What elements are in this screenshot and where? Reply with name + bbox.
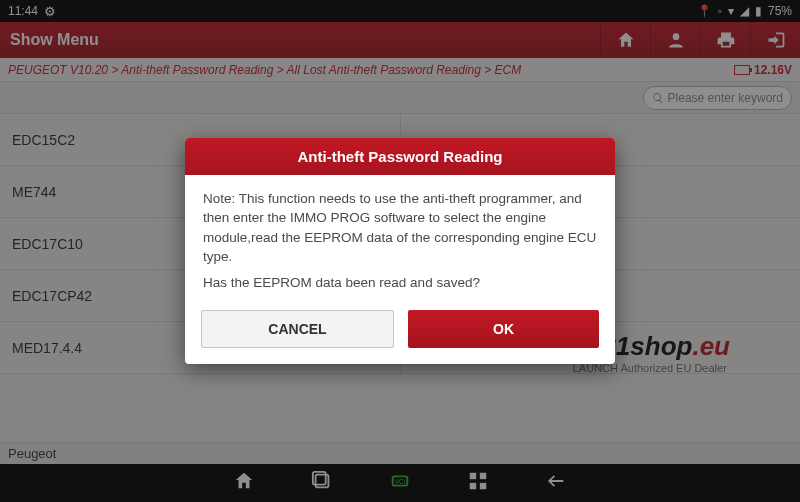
home-button[interactable]	[600, 22, 650, 58]
battery-icon: ▮	[755, 4, 762, 18]
nav-recent-button[interactable]	[311, 470, 333, 496]
svg-rect-6	[480, 473, 486, 479]
signal-icon: ◢	[740, 4, 749, 18]
battery-icon	[734, 65, 750, 75]
profile-button[interactable]	[650, 22, 700, 58]
svg-text:VCI: VCI	[395, 478, 406, 485]
settings-hint-icon: ⚙	[44, 4, 56, 19]
notification-icon: ◦	[718, 4, 722, 18]
voltage-indicator: 12.16V	[734, 63, 792, 77]
cancel-button[interactable]: CANCEL	[201, 310, 394, 348]
app-header: Show Menu	[0, 22, 800, 58]
page-title: Show Menu	[0, 31, 600, 49]
search-placeholder: Please enter keyword	[668, 91, 783, 105]
wifi-icon: ▾	[728, 4, 734, 18]
screen: 11:44 ⚙ 📍 ◦ ▾ ◢ ▮ 75% Show Menu PEUGEOT …	[0, 0, 800, 502]
breadcrumb: PEUGEOT V10.20 > Anti-theft Password Rea…	[8, 63, 726, 77]
ok-button[interactable]: OK	[408, 310, 599, 348]
exit-button[interactable]	[750, 22, 800, 58]
status-time: 11:44	[8, 4, 38, 18]
nav-back-button[interactable]	[545, 470, 567, 496]
svg-rect-8	[480, 483, 486, 489]
location-icon: 📍	[697, 4, 712, 18]
nav-vci-button[interactable]: VCI	[389, 470, 411, 496]
voltage-value: 12.16V	[754, 63, 792, 77]
battery-percent: 75%	[768, 4, 792, 18]
dialog-title: Anti-theft Password Reading	[185, 138, 615, 175]
confirm-dialog: Anti-theft Password Reading Note: This f…	[185, 138, 615, 365]
print-button[interactable]	[700, 22, 750, 58]
nav-home-button[interactable]	[233, 470, 255, 496]
dialog-body: Note: This function needs to use the ant…	[185, 175, 615, 303]
search-row: Please enter keyword	[0, 82, 800, 114]
search-input[interactable]: Please enter keyword	[643, 86, 792, 110]
android-nav-bar: VCI	[0, 464, 800, 502]
svg-rect-7	[470, 483, 476, 489]
dialog-text-2: Has the EEPROM data been read and saved?	[203, 273, 597, 293]
footer-brand: Peugeot	[0, 442, 800, 464]
breadcrumb-row: PEUGEOT V10.20 > Anti-theft Password Rea…	[0, 58, 800, 82]
android-status-bar: 11:44 ⚙ 📍 ◦ ▾ ◢ ▮ 75%	[0, 0, 800, 22]
dialog-button-row: CANCEL OK	[185, 302, 615, 364]
nav-apps-button[interactable]	[467, 470, 489, 496]
svg-rect-5	[470, 473, 476, 479]
dialog-text-1: Note: This function needs to use the ant…	[203, 189, 597, 267]
svg-point-0	[672, 33, 679, 40]
search-icon	[652, 92, 664, 104]
